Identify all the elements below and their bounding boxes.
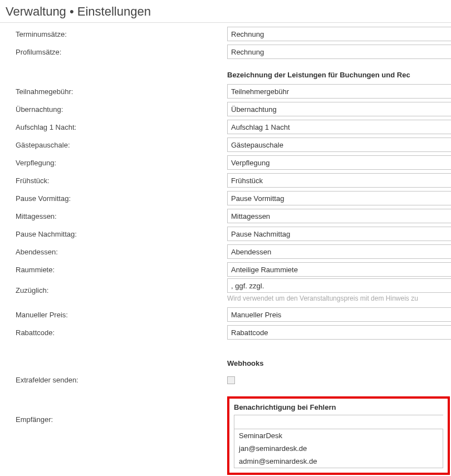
label-raummiete: Raummiete: — [16, 266, 227, 274]
section-webhooks: Webhooks — [227, 349, 451, 371]
label-rabattcode: Rabattcode: — [16, 328, 227, 337]
label-fruehstueck: Frühstück: — [16, 176, 227, 185]
label-extrafelder-senden: Extrafelder senden: — [16, 376, 227, 384]
section-leistungen: Bezeichnung der Leistungen für Buchungen… — [227, 61, 451, 82]
label-profilumsaetze: Profilumsätze: — [16, 48, 227, 56]
section-benachrichtigung: Benachrichtigung bei Fehlern — [234, 402, 443, 415]
highlight-benachrichtigung: Benachrichtigung bei Fehlern SeminarDesk… — [227, 396, 450, 475]
form-content: Terminumsätze: Profilumsätze: Bezeichnun… — [0, 23, 451, 476]
input-pause-vormittag[interactable] — [227, 191, 451, 205]
input-teilnahmegebuehr[interactable] — [227, 84, 451, 99]
page-title: Verwaltung • Einstellungen — [0, 0, 451, 23]
input-uebernachtung[interactable] — [227, 102, 451, 116]
input-aufschlag1nacht[interactable] — [227, 120, 451, 134]
dropdown-empfaenger: SeminarDesk jan@seminardesk.de admin@sem… — [234, 429, 443, 468]
label-teilnahmegebuehr: Teilnahmegebühr: — [16, 87, 227, 96]
input-raummiete[interactable] — [227, 262, 451, 277]
input-empfaenger[interactable] — [234, 415, 443, 429]
label-terminumsaetze: Terminumsätze: — [16, 30, 227, 38]
dropdown-item[interactable]: admin@seminardesk.de — [234, 455, 443, 468]
input-pause-nachmittag[interactable] — [227, 227, 451, 241]
input-terminumsaetze[interactable] — [227, 27, 451, 41]
input-manueller-preis[interactable] — [227, 307, 451, 322]
label-manueller-preis: Manueller Preis: — [16, 311, 227, 319]
input-abendessen[interactable] — [227, 244, 451, 259]
input-profilumsaetze[interactable] — [227, 45, 451, 59]
label-abendessen: Abendessen: — [16, 248, 227, 256]
input-mittagessen[interactable] — [227, 209, 451, 223]
label-aufschlag1nacht: Aufschlag 1 Nacht: — [16, 123, 227, 131]
hint-zuzueglich: Wird verwendet um den Veranstaltungsprei… — [227, 293, 451, 302]
label-gaestepauschale: Gästepauschale: — [16, 141, 227, 149]
checkbox-extrafelder-senden[interactable] — [227, 376, 235, 384]
input-zuzueglich[interactable] — [227, 278, 451, 293]
label-pause-vormittag: Pause Vormittag: — [16, 194, 227, 203]
label-empfaenger: Empfänger: — [16, 396, 227, 424]
label-zuzueglich: Zuzüglich: — [16, 286, 227, 295]
label-uebernachtung: Übernachtung: — [16, 105, 227, 114]
label-verpflegung: Verpflegung: — [16, 159, 227, 167]
input-verpflegung[interactable] — [227, 155, 451, 170]
input-rabattcode[interactable] — [227, 325, 451, 340]
dropdown-item[interactable]: SeminarDesk — [234, 429, 443, 442]
input-fruehstueck[interactable] — [227, 173, 451, 188]
label-pause-nachmittag: Pause Nachmittag: — [16, 230, 227, 238]
label-mittagessen: Mittagessen: — [16, 212, 227, 220]
dropdown-item[interactable]: jan@seminardesk.de — [234, 442, 443, 455]
input-gaestepauschale[interactable] — [227, 138, 451, 152]
